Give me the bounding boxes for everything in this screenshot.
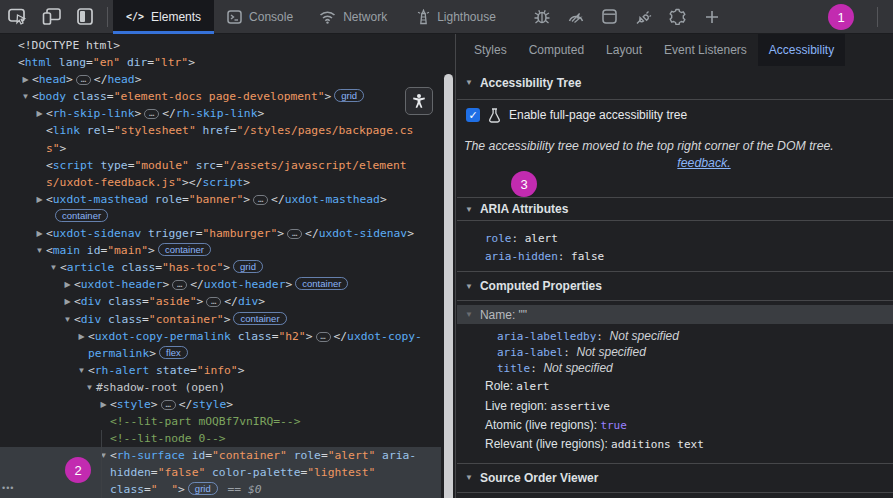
code-token: "hamburger" bbox=[202, 227, 277, 240]
device-toolbar-icon[interactable] bbox=[34, 2, 68, 32]
code-token: = bbox=[142, 313, 149, 326]
sidebar-tab-styles[interactable]: Styles bbox=[463, 34, 518, 66]
sidebar-tab-computed[interactable]: Computed bbox=[518, 34, 595, 66]
expand-arrow-icon[interactable]: ▶ bbox=[33, 225, 46, 242]
dom-tree-node[interactable]: s/uxdot-feedback.js"></script> bbox=[0, 174, 441, 191]
sidebar-tabbar: StylesComputedLayoutEvent ListenersAcces… bbox=[457, 34, 893, 66]
section-aria-attributes[interactable]: ▼ ARIA Attributes bbox=[457, 197, 893, 221]
layout-badge[interactable]: flex bbox=[159, 346, 188, 359]
section-accessibility-tree[interactable]: ▼ Accessibility Tree bbox=[457, 66, 893, 100]
section-title: Computed Properties bbox=[480, 279, 602, 293]
accessibility-tree-button[interactable] bbox=[405, 87, 433, 115]
dom-tree-node[interactable]: ▶<div class="aside">…</div> bbox=[0, 293, 441, 310]
enable-a11y-checkbox[interactable]: ✓ bbox=[466, 108, 480, 122]
section-source-order[interactable]: ▼ Source Order Viewer bbox=[457, 463, 893, 493]
performance-icon[interactable] bbox=[559, 2, 593, 32]
expand-inline-icon[interactable]: … bbox=[144, 109, 159, 119]
gear-icon[interactable] bbox=[661, 2, 695, 32]
dom-tree-node[interactable]: ▶<rh-skip-link>…</rh-skip-link> bbox=[0, 105, 441, 122]
layout-badge[interactable]: grid bbox=[334, 89, 364, 102]
collapse-arrow-icon[interactable]: ▼ bbox=[83, 379, 96, 396]
dom-tree-node[interactable]: <!--lit-part mOQBf7vnIRQ=--> bbox=[0, 413, 441, 430]
layout-badge[interactable]: container bbox=[295, 277, 348, 290]
expand-arrow-icon[interactable]: ▶ bbox=[19, 71, 32, 88]
dom-tree-scrollbar[interactable] bbox=[444, 74, 453, 498]
dom-tree-node[interactable]: container bbox=[0, 208, 441, 225]
dom-tree-node[interactable]: ▼#shadow-root (open) bbox=[0, 379, 441, 396]
dom-tree-node[interactable]: <!--lit-node 0--> bbox=[0, 430, 441, 447]
sidebar-tab-event-listeners[interactable]: Event Listeners bbox=[653, 34, 758, 66]
layout-badge[interactable]: container bbox=[233, 312, 286, 325]
sidebar-tab-accessibility[interactable]: Accessibility bbox=[758, 34, 845, 66]
bug-icon[interactable] bbox=[525, 2, 559, 32]
feedback-link[interactable]: feedback. bbox=[677, 156, 730, 170]
tab-elements[interactable]: </> Elements bbox=[113, 0, 214, 34]
expand-inline-icon[interactable]: … bbox=[287, 229, 302, 239]
collapse-arrow-icon[interactable]: ▼ bbox=[61, 311, 74, 328]
dom-tree-node[interactable]: ▶<uxdot-masthead role="banner">…</uxdot-… bbox=[0, 191, 441, 208]
collapse-arrow-icon[interactable]: ▼ bbox=[19, 88, 32, 105]
plug-icon[interactable] bbox=[627, 2, 661, 32]
expand-inline-icon[interactable]: … bbox=[316, 332, 331, 342]
collapse-arrow-icon[interactable]: ▼ bbox=[75, 362, 88, 379]
computed-name-row[interactable]: ▼ Name: "" bbox=[457, 305, 893, 324]
expand-inline-icon[interactable]: … bbox=[161, 400, 176, 410]
computed-props-list: Role: alertLive region: assertiveAtomic … bbox=[457, 376, 893, 454]
expand-inline-icon[interactable]: … bbox=[172, 280, 187, 290]
expand-arrow-icon[interactable]: ▶ bbox=[97, 396, 110, 413]
code-token: "element-docs page-development" bbox=[114, 90, 325, 103]
collapse-arrow-icon[interactable]: ▼ bbox=[33, 242, 46, 259]
collapse-arrow-icon[interactable]: ▼ bbox=[97, 447, 110, 464]
code-token: role bbox=[287, 449, 321, 462]
dom-tree-node[interactable]: ▶<uxdot-copy-permalink class="h2">…</uxd… bbox=[0, 328, 441, 345]
dom-tree-node[interactable]: ▶<uxdot-sidenav trigger="hamburger">…</u… bbox=[0, 225, 441, 242]
tab-network[interactable]: Network bbox=[306, 0, 400, 34]
dom-tree-node[interactable]: permalink>flex bbox=[0, 345, 441, 362]
tab-console[interactable]: Console bbox=[214, 0, 306, 34]
dom-tree-node[interactable]: ▼<main id="main">container bbox=[0, 242, 441, 259]
layout-badge[interactable]: container bbox=[55, 209, 108, 222]
layout-badge[interactable]: container bbox=[158, 243, 211, 256]
dom-tree: <!DOCTYPE html><html lang="en" dir="ltr"… bbox=[0, 34, 455, 498]
dom-tree-node[interactable]: s"> bbox=[0, 140, 441, 157]
sidebar-tab-layout[interactable]: Layout bbox=[595, 34, 653, 66]
dom-tree-node[interactable]: ▶<uxdot-header>…</uxdot-header>container bbox=[0, 276, 441, 293]
add-tab-icon[interactable] bbox=[695, 2, 729, 32]
dom-tree-node[interactable]: <!DOCTYPE html> bbox=[0, 37, 441, 54]
dom-tree-node[interactable]: ▶<style>…</style> bbox=[0, 396, 441, 413]
expand-inline-icon[interactable]: … bbox=[206, 297, 221, 307]
expand-inline-icon[interactable]: … bbox=[253, 195, 268, 205]
layout-badge[interactable]: grid bbox=[233, 260, 263, 273]
dom-tree-node[interactable]: class=" ">grid == $0 bbox=[0, 481, 441, 498]
dom-tree-node[interactable]: ▶<head>…</head> bbox=[0, 71, 441, 88]
dom-tree-node[interactable]: ▼<div class="container">container bbox=[0, 311, 441, 328]
dock-side-icon[interactable] bbox=[68, 2, 102, 32]
expand-inline-icon[interactable]: … bbox=[76, 75, 91, 85]
code-token: main bbox=[53, 244, 80, 257]
aria-attribute-row: role: alert bbox=[457, 230, 893, 248]
expand-arrow-icon[interactable]: ▶ bbox=[61, 276, 74, 293]
tab-lighthouse[interactable]: Lighthouse bbox=[404, 0, 509, 34]
dom-tree-node[interactable]: <script type="module" src="/assets/javas… bbox=[0, 157, 441, 174]
dom-tree-node[interactable]: ▼<body class="element-docs page-developm… bbox=[0, 88, 441, 105]
layout-badge[interactable]: grid bbox=[188, 482, 218, 495]
code-token: > bbox=[151, 398, 158, 411]
dom-tree-node[interactable]: ▼<rh-surface id="container" role="alert"… bbox=[0, 447, 441, 464]
application-icon[interactable] bbox=[593, 2, 627, 32]
expand-arrow-icon[interactable]: ▶ bbox=[61, 293, 74, 310]
expand-arrow-icon[interactable]: ▶ bbox=[75, 328, 88, 345]
section-computed-properties[interactable]: ▼ Computed Properties bbox=[457, 271, 893, 301]
dom-tree-node[interactable]: ▼<article class="has-toc">grid bbox=[0, 259, 441, 276]
a11y-tree-notice: The accessibility tree moved to the top … bbox=[457, 138, 893, 172]
inspect-icon[interactable] bbox=[0, 2, 34, 32]
expand-arrow-icon[interactable]: ▶ bbox=[33, 105, 46, 122]
section-title: Source Order Viewer bbox=[480, 471, 599, 485]
dom-tree-node[interactable]: <link rel="stylesheet" href="/styles/pag… bbox=[0, 122, 441, 139]
expand-arrow-icon[interactable]: ▶ bbox=[33, 191, 46, 208]
gutter-ellipsis-icon[interactable]: ••• bbox=[2, 483, 14, 493]
code-token: < bbox=[74, 295, 81, 308]
dom-tree-node[interactable]: <html lang="en" dir="ltr"> bbox=[0, 54, 441, 71]
collapse-arrow-icon[interactable]: ▼ bbox=[47, 259, 60, 276]
code-token: < bbox=[74, 278, 81, 291]
dom-tree-node[interactable]: ▼<rh-alert state="info"> bbox=[0, 362, 441, 379]
